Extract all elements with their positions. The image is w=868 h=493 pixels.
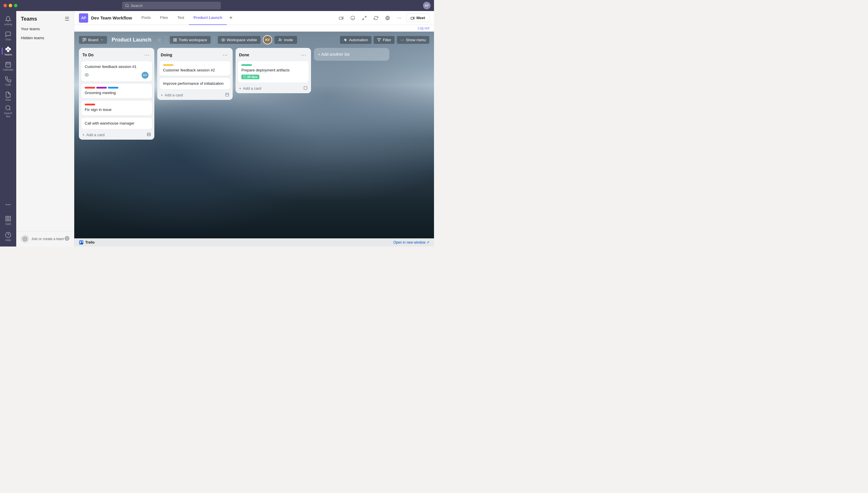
svg-rect-58	[82, 241, 83, 242]
template-icon	[147, 132, 151, 137]
maximize-button[interactable]	[14, 4, 17, 7]
teams-settings-button[interactable]	[65, 236, 69, 242]
open-new-window-link[interactable]: Open in new window ↗	[393, 240, 429, 244]
teams-hidden-teams[interactable]: Hidden teams	[16, 34, 74, 42]
board-visible-button[interactable]: Workspace visible	[218, 36, 261, 44]
board-view-button[interactable]: Board	[79, 36, 107, 44]
list-doing: Doing ⋯ Customer feedback session #2	[157, 48, 233, 100]
list-todo: To Do ⋯ Customer feedback session #1	[79, 48, 154, 140]
card-fix-signin[interactable]: Fix sign in issue	[81, 101, 152, 115]
doing-add-card-button[interactable]: + Add a card	[157, 90, 233, 100]
list-done-title: Done	[239, 52, 249, 57]
board-workspace-button[interactable]: Trello workspace	[170, 36, 211, 44]
more-apps-button[interactable]	[3, 199, 14, 212]
add-tab-button[interactable]: +	[227, 15, 235, 21]
label-red	[85, 87, 95, 89]
card-customer-feedback-1[interactable]: Customer feedback session #1 KV	[81, 61, 152, 82]
svg-rect-34	[411, 17, 414, 19]
show-menu-button[interactable]: ⋯ Show menu	[397, 36, 429, 44]
sidebar-item-searchbot[interactable]: Search Bot	[2, 104, 15, 119]
searchbot-label: Search Bot	[2, 112, 15, 118]
join-icon	[21, 235, 29, 243]
card-labels	[163, 64, 227, 66]
list-done-menu[interactable]: ⋯	[299, 51, 307, 59]
sidebar-item-help[interactable]: Help	[2, 229, 15, 244]
svg-point-27	[351, 16, 355, 20]
teams-filter-button[interactable]: ☰	[65, 16, 69, 22]
todo-add-card-button[interactable]: + Add a card	[79, 130, 154, 140]
automation-button[interactable]: Automation	[340, 36, 372, 44]
expand-icon[interactable]	[360, 13, 369, 23]
svg-rect-55	[304, 87, 307, 90]
list-doing-title: Doing	[161, 52, 172, 57]
card-title: Prepare deployment artifacts	[242, 68, 305, 73]
teams-panel: Teams ☰ Your teams Hidden teams Join or …	[16, 11, 74, 246]
files-label: Files	[5, 99, 11, 102]
card-improve-perf[interactable]: Improve performance of initialization	[160, 78, 230, 89]
close-button[interactable]	[3, 4, 7, 7]
list-todo-menu[interactable]: ⋯	[143, 51, 151, 59]
sidebar-item-apps[interactable]: Apps	[2, 213, 15, 228]
video-icon[interactable]	[337, 13, 346, 23]
svg-rect-15	[6, 216, 7, 218]
svg-rect-36	[83, 38, 84, 42]
tab-posts[interactable]: Posts	[137, 11, 156, 25]
sidebar-item-teams[interactable]: Teams	[2, 44, 15, 59]
sidebar-item-activity[interactable]: Activity	[2, 13, 15, 28]
logout-link[interactable]: Log out	[418, 26, 429, 30]
emoji-icon[interactable]	[348, 13, 358, 23]
board-star-button[interactable]: ☆	[156, 36, 162, 44]
person-add-icon	[278, 38, 282, 42]
list-done: Done ⋯ Prepare deployment artifacts	[235, 48, 311, 93]
card-labels	[85, 104, 149, 105]
plus-icon: +	[161, 93, 163, 97]
card-customer-feedback-2[interactable]: Customer feedback session #2	[160, 61, 230, 76]
bell-icon	[5, 16, 11, 22]
minimize-button[interactable]	[9, 4, 12, 7]
label-green	[242, 64, 252, 66]
label-blue	[108, 87, 118, 89]
filter-button[interactable]: Filter	[374, 36, 394, 44]
user-avatar-titlebar[interactable]: AP	[423, 2, 431, 9]
card-title: Fix sign in issue	[85, 107, 149, 112]
refresh-icon[interactable]	[371, 13, 381, 23]
board-invite-button[interactable]: Invite	[274, 36, 297, 44]
globe-icon[interactable]	[383, 13, 392, 23]
sidebar-item-files[interactable]: Files	[2, 89, 15, 104]
apps-icon	[5, 215, 11, 222]
help-label: Help	[5, 239, 11, 242]
eye-card-icon	[85, 73, 89, 78]
teams-footer: Join or create a team	[16, 231, 74, 246]
card-deploy-artifacts[interactable]: Prepare deployment artifacts 20 Nov	[238, 61, 309, 83]
join-create-team-button[interactable]: Join or create a team	[21, 235, 64, 243]
svg-rect-40	[174, 40, 175, 41]
label-red	[85, 104, 95, 105]
more-options-icon[interactable]: ⋯	[394, 13, 404, 23]
teams-your-teams[interactable]: Your teams	[16, 24, 74, 34]
workspace-icon	[173, 38, 177, 42]
sidebar-item-chat[interactable]: Chat	[2, 28, 15, 44]
svg-rect-52	[226, 93, 229, 97]
svg-rect-18	[9, 219, 10, 221]
tab-files[interactable]: Files	[156, 11, 173, 25]
add-list-button[interactable]: + Add another list	[314, 48, 389, 61]
chat-icon	[5, 31, 11, 38]
tab-product-launch[interactable]: Product Launch	[189, 11, 227, 25]
board-member-avatar[interactable]: KV	[263, 35, 272, 44]
sidebar-item-calendar[interactable]: Calendar	[2, 59, 15, 74]
sidebar-item-calls[interactable]: Calls	[2, 74, 15, 89]
svg-rect-17	[6, 219, 7, 221]
tab-test[interactable]: Test	[173, 11, 189, 25]
trello-brand: Trello	[79, 240, 95, 245]
card-title: Call with warehouse manager	[85, 121, 149, 126]
done-add-card-button[interactable]: + Add a card	[235, 84, 311, 93]
trello-footer: Trello Open in new window ↗	[74, 238, 434, 246]
svg-rect-57	[80, 241, 81, 243]
due-date-badge: 20 Nov	[242, 74, 259, 79]
card-grooming-meeting[interactable]: Grooming meeting	[81, 84, 152, 99]
meet-button[interactable]: Meet	[406, 14, 429, 22]
list-doing-menu[interactable]: ⋯	[221, 51, 229, 59]
svg-line-31	[363, 18, 364, 20]
card-warehouse-call[interactable]: Call with warehouse manager	[81, 118, 152, 129]
search-bar[interactable]: Search	[122, 2, 221, 9]
